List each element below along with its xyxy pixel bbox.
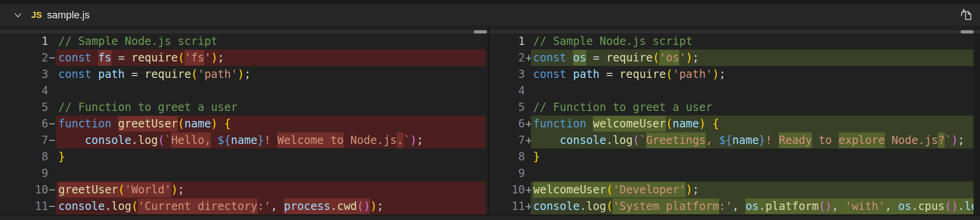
line-number: 1 [490, 33, 525, 50]
code-line[interactable] [56, 82, 486, 99]
diff-line[interactable]: 11+console.log('System platform:', os.pl… [490, 198, 974, 214]
code-line[interactable] [531, 165, 974, 182]
go-to-file-icon[interactable] [958, 7, 974, 23]
line-number: 3 [490, 66, 525, 82]
original-code: 1// Sample Node.js script2−const fs = re… [0, 33, 488, 214]
line-number: 5 [490, 99, 525, 116]
code-line[interactable]: const os = require('os'); [531, 50, 974, 66]
diff-sign [525, 165, 531, 182]
horizontal-scrollbar-right[interactable] [490, 30, 980, 33]
code-line[interactable] [56, 165, 486, 182]
diff-line[interactable]: 5// Function to greet a user [0, 99, 486, 116]
code-line[interactable]: // Function to greet a user [56, 99, 486, 116]
code-line[interactable]: function greetUser(name) { [56, 116, 486, 132]
diff-sign [48, 82, 56, 99]
diff-line[interactable]: 3const path = require('path'); [0, 66, 486, 82]
scrollbar-thumb[interactable] [961, 30, 974, 33]
line-number: 4 [0, 82, 48, 99]
line-number: 3 [0, 66, 48, 82]
diff-line[interactable]: 11−console.log('Current directory:', pro… [0, 198, 486, 214]
line-number: 5 [0, 99, 48, 116]
diff-sign: − [48, 132, 56, 148]
line-number: 6 [490, 116, 525, 132]
diff-sign: − [48, 198, 56, 214]
line-number: 4 [490, 82, 525, 99]
code-line[interactable]: const fs = require('fs'); [56, 50, 486, 66]
diff-sign: + [525, 50, 531, 66]
diff-line[interactable]: 6−function greetUser(name) { [0, 116, 486, 132]
diff-line[interactable]: 10−greetUser('World'); [0, 182, 486, 198]
diff-line[interactable]: 1// Sample Node.js script [0, 33, 486, 50]
bottom-scrollbar-area[interactable] [0, 214, 980, 220]
diff-sign [48, 99, 56, 116]
line-number: 10 [0, 182, 48, 198]
diff-line[interactable]: 8} [0, 148, 486, 165]
diff-line[interactable]: 3const path = require('path'); [490, 66, 974, 82]
js-file-icon: JS [31, 10, 42, 20]
diff-sign: + [525, 182, 531, 198]
diff-sign: − [48, 116, 56, 132]
line-number: 11 [0, 198, 48, 214]
code-line[interactable]: console.log('Current directory:', proces… [56, 198, 486, 214]
diff-line[interactable]: 6+function welcomeUser(name) { [490, 116, 974, 132]
diff-line[interactable]: 2−const fs = require('fs'); [0, 50, 486, 66]
modified-pane[interactable]: 1// Sample Node.js script2+const os = re… [490, 26, 980, 214]
line-number: 2 [0, 50, 48, 66]
diff-sign: + [525, 116, 531, 132]
diff-sign [525, 99, 531, 116]
line-number: 11 [490, 198, 525, 214]
code-line[interactable]: console.log(`Greetings, ${name}! Ready t… [531, 132, 974, 148]
code-line[interactable]: // Function to greet a user [531, 99, 974, 116]
diff-sign [525, 148, 531, 165]
diff-sign [525, 66, 531, 82]
code-line[interactable]: // Sample Node.js script [531, 33, 974, 50]
line-number: 1 [0, 33, 48, 50]
diff-line[interactable]: 7− console.log(`Hello, ${name}! Welcome … [0, 132, 486, 148]
code-line[interactable]: greetUser('World'); [56, 182, 486, 198]
diff-sign: − [48, 182, 56, 198]
diff-line[interactable]: 1// Sample Node.js script [490, 33, 974, 50]
line-number: 7 [0, 132, 48, 148]
code-line[interactable]: const path = require('path'); [531, 66, 974, 82]
horizontal-scrollbar-left[interactable] [0, 30, 488, 33]
diff-sign [48, 165, 56, 182]
diff-line[interactable]: 10+welcomeUser('Developer'); [490, 182, 974, 198]
chevron-down-icon[interactable] [12, 9, 24, 21]
code-line[interactable]: welcomeUser('Developer'); [531, 182, 974, 198]
diff-line[interactable]: 9 [490, 165, 974, 182]
diff-line[interactable]: 4 [0, 82, 486, 99]
modified-code: 1// Sample Node.js script2+const os = re… [490, 33, 980, 214]
scrollbar-thumb[interactable] [474, 30, 487, 33]
line-number: 10 [490, 182, 525, 198]
line-number: 9 [490, 165, 525, 182]
diff-line[interactable]: 7+ console.log(`Greetings, ${name}! Read… [490, 132, 974, 148]
diff-line[interactable]: 8} [490, 148, 974, 165]
diff-line[interactable]: 4 [490, 82, 974, 99]
code-line[interactable]: const path = require('path'); [56, 66, 486, 82]
line-number: 9 [0, 165, 48, 182]
window-top-strip [0, 0, 980, 4]
line-number: 8 [0, 148, 48, 165]
diff-sign: + [525, 132, 531, 148]
code-line[interactable]: // Sample Node.js script [56, 33, 486, 50]
code-line[interactable]: console.log(`Hello, ${name}! Welcome to … [56, 132, 486, 148]
diff-line[interactable]: 2+const os = require('os'); [490, 50, 974, 66]
code-line[interactable]: } [531, 148, 974, 165]
original-pane[interactable]: 1// Sample Node.js script2−const fs = re… [0, 26, 490, 214]
line-number: 7 [490, 132, 525, 148]
line-number: 8 [490, 148, 525, 165]
diff-header[interactable]: JS sample.js [0, 4, 980, 26]
line-number: 6 [0, 116, 48, 132]
diff-line[interactable]: 5// Function to greet a user [490, 99, 974, 116]
code-line[interactable]: } [56, 148, 486, 165]
diff-line[interactable]: 9 [0, 165, 486, 182]
diff-sign [48, 148, 56, 165]
file-name: sample.js [47, 9, 90, 21]
diff-sign: + [525, 198, 531, 214]
code-line[interactable]: console.log('System platform:', os.platf… [531, 198, 974, 214]
diff-sign [48, 33, 56, 50]
code-line[interactable] [531, 82, 974, 99]
diff-sign: − [48, 50, 56, 66]
line-number: 2 [490, 50, 525, 66]
code-line[interactable]: function welcomeUser(name) { [531, 116, 974, 132]
